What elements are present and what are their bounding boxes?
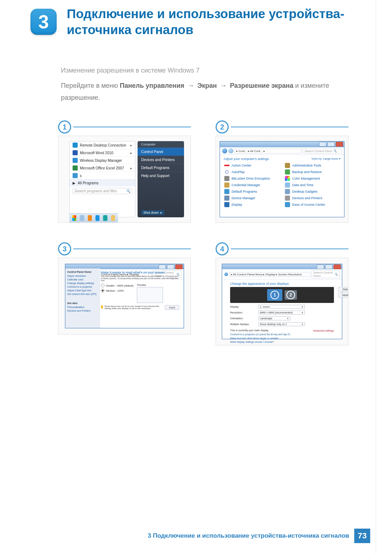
monitor-area[interactable]: 1 2	[230, 287, 334, 303]
right-header: Computer	[138, 141, 184, 148]
sidebar-link[interactable]: Personalization	[67, 306, 98, 308]
cp-item[interactable]: AutoPlay	[224, 169, 279, 175]
all-programs[interactable]: ▶ All Programs	[70, 180, 135, 186]
cp-item[interactable]: Devices and Printers	[285, 196, 340, 201]
shutdown-button[interactable]: Shut down ▸	[141, 210, 164, 215]
larger-link[interactable]: Make text and other items larger or smal…	[230, 337, 334, 340]
lock-icon	[224, 176, 229, 181]
start-button-icon[interactable]	[72, 215, 76, 221]
nav-fwd-icon[interactable]	[228, 148, 233, 153]
autoplay-icon	[224, 169, 229, 175]
sidebar-link[interactable]: Adjust ClearType text	[67, 289, 98, 292]
label: Desktop Gadgets	[292, 190, 318, 193]
preview: Preview	[137, 284, 163, 303]
excel-icon	[73, 165, 78, 171]
body-text: Изменение разрешения в системе Windows 7…	[61, 65, 356, 103]
radio-option[interactable]: Medium - 125%	[101, 289, 133, 292]
sidebar-link[interactable]: Change display settings	[67, 282, 98, 284]
minimize-button[interactable]	[317, 264, 324, 269]
search-input[interactable]: Search Control Panel 🔍	[303, 149, 342, 153]
placeholder: Search programs and files	[74, 189, 117, 193]
taskbar-pin[interactable]	[88, 215, 92, 221]
breadcrumb[interactable]: ▸ Cont... ▸ All Cont... ▸	[234, 149, 302, 153]
main-pane: Change the appearance of your displays 1…	[222, 280, 342, 345]
cp-item[interactable]: Date and Time	[285, 182, 340, 188]
footer: 3 Подключение и использование устройства…	[148, 529, 370, 543]
monitor-2[interactable]: 2	[285, 290, 297, 300]
cp-item[interactable]: Display	[224, 202, 279, 207]
cp-item[interactable]: Desktop Gadgets	[285, 189, 340, 194]
start-menu-item[interactable]: s	[70, 172, 135, 180]
display-select[interactable]: 1. ••••••••▼	[258, 305, 305, 309]
start-menu-search[interactable]: Search programs and files 🔍	[73, 188, 132, 194]
detect-button[interactable]: Detect	[338, 287, 348, 292]
maximize-button[interactable]	[327, 142, 335, 147]
grid-row: 3 ▸ Control Panel ▸ All Control Panel It…	[58, 242, 348, 345]
start-right-item[interactable]: Devices and Printers	[138, 156, 184, 164]
cp-item[interactable]: Action Center	[224, 163, 279, 168]
cp-item[interactable]: Administrative Tools	[285, 163, 340, 168]
screenshot-screen-resolution: ▸ All Control Panel Items ▸ Display ▸ Sc…	[216, 258, 348, 345]
chevron-right-icon: ▸	[130, 151, 132, 155]
minimize-button[interactable]	[159, 264, 166, 269]
heading: Adjust your computer's settings	[224, 157, 269, 161]
chapter-badge: 3	[30, 9, 57, 35]
radio-option[interactable]: Smaller - 100% (default)	[101, 284, 133, 287]
close-button[interactable]	[175, 264, 183, 269]
view-by[interactable]: View by: Large icons ▾	[311, 157, 340, 161]
resolution-select[interactable]: #### × #### (recommended)▼	[258, 311, 305, 315]
view-by-value: Large icons	[323, 157, 338, 160]
taskbar-pin[interactable]	[95, 215, 99, 221]
start-right-item[interactable]: Help and Support	[138, 172, 184, 180]
start-menu-item[interactable]: Remote Desktop Connection ▸	[70, 141, 135, 149]
cp-item[interactable]: BitLocker Drive Encryption	[224, 176, 279, 181]
cp-item[interactable]: Default Programs	[224, 189, 279, 194]
sidebar-link[interactable]: Set custom text size (DPI)	[67, 293, 98, 295]
sidebar-link[interactable]: Connect to a projector	[67, 286, 98, 288]
taskbar-pin[interactable]	[80, 215, 84, 221]
breadcrumb[interactable]: ▸ All Control Panel Items ▸ Display ▸ Sc…	[229, 272, 310, 277]
start-right-item[interactable]: Control Panel	[138, 148, 184, 156]
taskbar-pin[interactable]	[103, 215, 107, 221]
start-menu-item[interactable]: Microsoft Office Excel 2007 ▸	[70, 164, 135, 172]
identify-button[interactable]: Identify	[338, 293, 348, 297]
orientation-select[interactable]: Landscape▼	[258, 316, 290, 320]
instr-p3: Разрешение экрана	[230, 82, 294, 89]
close-button[interactable]	[336, 142, 343, 147]
advanced-link[interactable]: Advanced settings	[313, 329, 334, 332]
close-button[interactable]	[334, 264, 341, 269]
taskbar-pin[interactable]	[111, 215, 115, 221]
cp-item[interactable]: Ease of Access Center	[285, 202, 340, 207]
cp-item[interactable]: Credential Manager	[224, 182, 279, 188]
search-input[interactable]: Search Control Panel🔍	[311, 270, 340, 278]
start-right-item[interactable]: Default Programs	[138, 164, 184, 172]
display-window: ▸ Control Panel ▸ All Control Panel Item…	[65, 264, 184, 328]
nav-back-icon[interactable]	[224, 272, 228, 276]
page-number: 73	[354, 529, 370, 543]
minimize-button[interactable]	[319, 142, 326, 147]
maximize-button[interactable]	[167, 264, 174, 269]
screenshot-start-menu: Remote Desktop Connection ▸ Microsoft Wo…	[58, 136, 191, 223]
maximize-button[interactable]	[325, 264, 332, 269]
sidebar-link[interactable]: Adjust resolution	[67, 275, 98, 277]
projector-link[interactable]: Connect to a projector (or press the ⊞ k…	[230, 333, 334, 336]
grid-cell-1: 1 Remote Desktop Connection ▸ Microsof	[58, 120, 191, 223]
sidebar-link[interactable]: Devices and Printers	[67, 309, 98, 312]
start-menu-item[interactable]: Microsoft Word 2010 ▸	[70, 149, 135, 157]
apply-button[interactable]: Apply	[165, 305, 179, 310]
cp-item[interactable]: Device Manager	[224, 196, 279, 201]
sidebar-link[interactable]: Calibrate color	[67, 278, 98, 281]
monitor-1[interactable]: 1	[267, 289, 282, 301]
start-menu-item[interactable]: Wireless Display Manager	[70, 157, 135, 164]
access-icon	[285, 202, 290, 207]
nav-back-icon[interactable]	[222, 148, 227, 153]
label: Smaller - 100% (default)	[106, 284, 133, 287]
cp-item[interactable]: Color Management	[285, 176, 340, 181]
chevron-down-icon: ▼	[301, 323, 303, 325]
taskbar	[69, 213, 118, 222]
which-link[interactable]: What display settings should I choose?	[230, 341, 334, 343]
cp-item[interactable]: Backup and Restore	[285, 169, 340, 175]
printer-icon	[285, 196, 290, 201]
multi-select[interactable]: Show desktop only on 1▼	[258, 322, 305, 326]
titlebar	[220, 141, 344, 147]
